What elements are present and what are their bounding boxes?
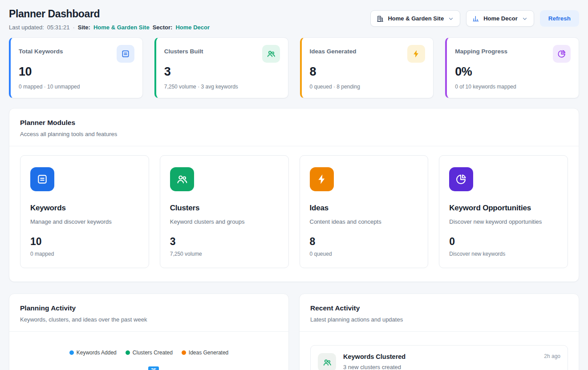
module-value: 10 [30,236,139,248]
module-description: Manage and discover keywords [30,218,139,225]
module-value: 8 [310,236,418,248]
module-card-keywords[interactable]: Keywords Manage and discover keywords 10… [20,155,149,268]
document-lines-icon [30,167,54,191]
stat-caption: 0 queued · 8 pending [310,84,426,90]
topbar-controls: Home & Garden Site Home Decor Refresh [370,10,579,27]
legend-label: Clusters Created [133,350,173,356]
module-caption: 0 mapped [30,251,139,257]
stat-card-ideas-generated: Ideas Generated 8 0 queued · 8 pending [300,37,434,98]
area-chart: 25 25 24 [18,362,280,370]
module-caption: Discover new keywords [449,251,558,257]
planner-modules-panel: Planner Modules Access all planning tool… [9,108,579,282]
legend-label: Ideas Generated [189,350,228,356]
bottom-row: Planning Activity Keywords, clusters, an… [9,294,579,370]
chevron-down-icon [522,16,528,22]
meta-separator: · [73,24,74,31]
planning-activity-panel: Planning Activity Keywords, clusters, an… [9,294,289,370]
stat-caption: 0 of 10 keywords mapped [455,84,571,90]
modules-grid: Keywords Manage and discover keywords 10… [9,146,579,282]
module-value: 3 [170,236,279,248]
building-icon [377,15,384,22]
stat-label: Total Keywords [19,48,63,55]
topbar-left: Planner Dashboard Last updated: 05:31:21… [9,8,210,31]
module-caption: 7,250 volume [170,251,279,257]
stat-value: 3 [164,65,280,79]
sector-label: Sector: [153,24,173,31]
activity-item-title: Keywords Clustered [343,353,406,360]
activity-item-description: 3 new clusters created [343,364,406,370]
stats-row: Total Keywords 10 0 mapped · 10 unmapped… [9,37,579,98]
users-icon [170,167,194,191]
recent-activity-panel: Recent Activity Latest planning actions … [299,294,579,370]
site-selector-value: Home & Garden Site [388,15,444,22]
module-description: Discover new keyword opportunities [449,218,558,225]
module-description: Keyword clusters and groups [170,218,279,225]
stat-value: 8 [310,65,426,79]
data-point-label: 25 [147,366,160,370]
users-icon [318,353,336,370]
page-title: Planner Dashboard [9,8,210,20]
stat-card-mapping-progress: Mapping Progress 0% 0 of 10 keywords map… [445,37,579,98]
topbar: Planner Dashboard Last updated: 05:31:21… [9,8,579,31]
sector-selector-value: Home Decor [483,15,518,22]
planner-dashboard-page: Planner Dashboard Last updated: 05:31:21… [0,0,588,370]
stat-label: Clusters Built [164,48,203,55]
module-title: Keywords [30,204,139,213]
modules-subtitle: Access all planning tools and features [20,131,568,137]
sector-link[interactable]: Home Decor [175,24,210,31]
stat-label: Ideas Generated [310,48,357,55]
activity-list-item: Keywords Clustered 3 new clusters create… [310,345,568,370]
legend-item-keywords-added: Keywords Added [69,350,117,356]
site-selector-dropdown[interactable]: Home & Garden Site [370,10,460,27]
chart-legend: Keywords Added Clusters Created Ideas Ge… [18,350,280,356]
last-updated-label: Last updated: [9,24,44,31]
module-card-ideas[interactable]: Ideas Content ideas and concepts 8 0 que… [300,155,429,268]
site-link[interactable]: Home & Garden Site [93,24,150,31]
stat-caption: 7,250 volume · 3 avg keywords [164,84,280,90]
legend-dot [182,350,186,355]
module-title: Keyword Opportunities [449,204,558,213]
document-lines-icon [117,45,134,63]
module-value: 0 [449,236,558,248]
module-title: Ideas [310,204,418,213]
recent-activity-title: Recent Activity [310,304,568,312]
planning-activity-subtitle: Keywords, clusters, and ideas over the p… [20,316,278,323]
module-description: Content ideas and concepts [310,218,418,225]
stat-card-clusters-built: Clusters Built 3 7,250 volume · 3 avg ke… [154,37,288,98]
stat-label: Mapping Progress [455,48,507,55]
last-updated-value: 05:31:21 [47,24,70,31]
refresh-button[interactable]: Refresh [540,10,579,27]
site-label: Site: [78,24,90,31]
recent-activity-subtitle: Latest planning actions and updates [310,316,568,323]
stat-card-total-keywords: Total Keywords 10 0 mapped · 10 unmapped [9,37,143,98]
meta-row: Last updated: 05:31:21 · Site: Home & Ga… [9,24,210,31]
sector-selector-dropdown[interactable]: Home Decor [466,10,534,27]
legend-item-ideas-generated: Ideas Generated [182,350,228,356]
legend-dot [69,350,74,355]
divider [9,331,288,332]
module-card-clusters[interactable]: Clusters Keyword clusters and groups 3 7… [160,155,289,268]
pie-chart-icon [553,45,571,63]
modules-title: Planner Modules [20,119,568,127]
activity-item-time: 2h ago [544,353,560,359]
stat-value: 0% [455,65,571,79]
module-title: Clusters [170,204,279,213]
legend-dot [126,350,130,355]
stat-value: 10 [19,65,134,79]
pie-chart-icon [449,167,473,191]
stat-caption: 0 mapped · 10 unmapped [19,84,134,90]
legend-label: Keywords Added [77,350,117,356]
users-icon [262,45,280,63]
lightning-icon [310,167,334,191]
module-caption: 0 queued [310,251,418,257]
legend-item-clusters-created: Clusters Created [126,350,173,356]
planning-activity-title: Planning Activity [20,304,278,312]
module-card-keyword-opportunities[interactable]: Keyword Opportunities Discover new keywo… [439,155,568,268]
lightning-icon [407,45,425,63]
bar-chart-icon [472,15,479,22]
keywords-added-series [40,362,283,370]
chevron-down-icon [448,16,454,22]
